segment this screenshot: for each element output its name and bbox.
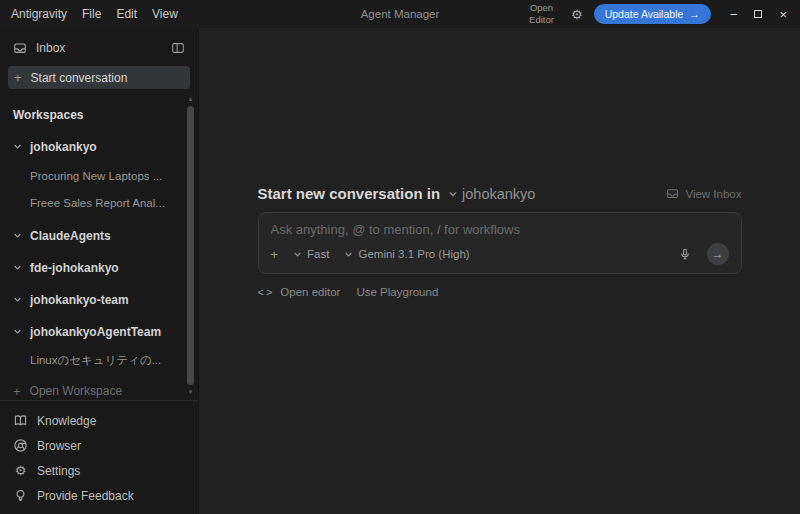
workspace-selector[interactable]: johokankyo xyxy=(448,186,535,202)
plus-icon: + xyxy=(13,384,21,399)
mic-button[interactable] xyxy=(678,247,692,261)
chevron-down-icon xyxy=(13,263,22,272)
maximize-button[interactable] xyxy=(754,10,762,18)
page-title: Start new conversation in xyxy=(258,185,441,202)
provide-feedback-label: Provide Feedback xyxy=(37,489,134,503)
menu-edit[interactable]: Edit xyxy=(116,7,137,21)
chevron-down-icon xyxy=(13,295,22,304)
sidebar-footer: Knowledge Browser ⚙ Settings xyxy=(0,400,198,514)
open-workspace-label: Open Workspace xyxy=(30,384,123,398)
settings-label: Settings xyxy=(37,464,80,478)
main-area: Start new conversation in johokankyo Vie… xyxy=(199,28,800,514)
conversation-item[interactable]: Procuring New Laptops ... xyxy=(0,162,198,189)
book-icon xyxy=(13,413,28,428)
workspace-label: ClaudeAgents xyxy=(30,229,111,243)
chevron-down-icon xyxy=(13,327,22,336)
workspaces-section: Workspaces johokankyo Procuring New Lapt… xyxy=(0,89,198,400)
send-button[interactable]: → xyxy=(707,243,729,265)
open-workspace-button[interactable]: + Open Workspace xyxy=(0,376,198,406)
start-conversation-label: Start conversation xyxy=(31,71,128,85)
workspace-item-johokankyoagentteam[interactable]: johokankyoAgentTeam xyxy=(0,316,198,347)
view-inbox-link[interactable]: View Inbox xyxy=(666,187,741,200)
titlebar: Antigravity File Edit View Agent Manager… xyxy=(0,0,800,28)
workspace-item-johokankyo[interactable]: johokankyo xyxy=(0,131,198,162)
window-controls: − × xyxy=(730,8,787,21)
panel-toggle-icon[interactable] xyxy=(171,41,185,55)
chevron-down-icon xyxy=(13,142,22,151)
composer: + Fast Gemini 3.1 Pro (High) xyxy=(258,212,742,274)
attach-button[interactable]: + xyxy=(271,247,279,262)
inbox-icon xyxy=(666,187,679,200)
workspaces-header: Workspaces xyxy=(0,108,198,122)
workspace-label: fde-johokankyo xyxy=(30,261,119,275)
sidebar-item-browser[interactable]: Browser xyxy=(0,433,198,458)
inbox-label: Inbox xyxy=(36,41,65,55)
settings-gear-icon[interactable]: ⚙ xyxy=(571,7,583,22)
sidebar-item-settings[interactable]: ⚙ Settings xyxy=(0,458,198,483)
scroll-up-icon[interactable]: ▲ xyxy=(188,95,194,103)
code-icon: <> xyxy=(258,286,275,298)
workspace-item-johokankyo-team[interactable]: johokankyo-team xyxy=(0,284,198,315)
workspace-item-fde-johokankyo[interactable]: fde-johokankyo xyxy=(0,252,198,283)
update-available-button[interactable]: Update Available → xyxy=(594,4,711,24)
composer-links: <> Open editor Use Playground xyxy=(258,286,742,298)
sidebar-item-provide-feedback[interactable]: Provide Feedback xyxy=(0,483,198,508)
inbox-icon xyxy=(13,41,27,55)
scrollbar-thumb[interactable] xyxy=(187,106,194,385)
conversation-item[interactable]: Freee Sales Report Anal... xyxy=(0,189,198,216)
menubar: Antigravity File Edit View xyxy=(0,7,178,21)
arrow-right-icon: → xyxy=(689,8,700,20)
titlebar-right: Open Editor ⚙ Update Available → − × xyxy=(523,2,800,26)
composer-toolbar: + Fast Gemini 3.1 Pro (High) xyxy=(271,243,729,265)
workspace-item-claudeagents[interactable]: ClaudeAgents xyxy=(0,220,198,251)
model-dropdown-label: Gemini 3.1 Pro (High) xyxy=(358,248,469,260)
use-playground-link[interactable]: Use Playground xyxy=(356,286,438,298)
menu-antigravity[interactable]: Antigravity xyxy=(11,7,67,21)
lightbulb-icon xyxy=(13,488,28,503)
chevron-down-icon xyxy=(448,189,458,199)
model-dropdown[interactable]: Gemini 3.1 Pro (High) xyxy=(344,248,469,260)
workspace-label: johokankyo-team xyxy=(30,293,129,307)
sidebar-item-inbox[interactable]: Inbox xyxy=(0,37,198,59)
sidebar: Inbox + Start conversation Workspaces jo… xyxy=(0,28,199,514)
open-editor-link-label: Open editor xyxy=(280,286,340,298)
gear-icon: ⚙ xyxy=(13,464,28,477)
workspace-label: johokankyo xyxy=(30,140,97,154)
view-inbox-label: View Inbox xyxy=(685,188,741,200)
sidebar-scrollbar[interactable]: ▲ ▼ xyxy=(186,95,195,396)
globe-icon xyxy=(13,438,28,453)
menu-file[interactable]: File xyxy=(82,7,101,21)
chevron-down-icon xyxy=(293,250,302,259)
minimize-button[interactable]: − xyxy=(730,8,738,21)
sidebar-item-knowledge[interactable]: Knowledge xyxy=(0,408,198,433)
mode-dropdown-label: Fast xyxy=(307,248,329,260)
conversation-item[interactable]: Linuxのセキュリティの... xyxy=(0,347,198,374)
browser-label: Browser xyxy=(37,439,81,453)
app-window: Antigravity File Edit View Agent Manager… xyxy=(0,0,800,514)
menu-view[interactable]: View xyxy=(152,7,178,21)
chevron-down-icon xyxy=(13,231,22,240)
knowledge-label: Knowledge xyxy=(37,414,96,428)
composer-input[interactable] xyxy=(271,222,729,237)
workspace-selector-label: johokankyo xyxy=(462,186,535,202)
arrow-right-icon: → xyxy=(712,247,724,261)
scroll-down-icon[interactable]: ▼ xyxy=(188,388,194,396)
chevron-down-icon xyxy=(344,250,353,259)
open-editor-button[interactable]: Open Editor xyxy=(523,2,560,26)
plus-icon: + xyxy=(14,70,22,85)
start-conversation-button[interactable]: + Start conversation xyxy=(8,66,190,89)
open-editor-link[interactable]: <> Open editor xyxy=(258,286,341,298)
mode-dropdown[interactable]: Fast xyxy=(293,248,329,260)
close-button[interactable]: × xyxy=(779,8,787,21)
update-available-label: Update Available xyxy=(605,8,684,20)
workspace-label: johokankyoAgentTeam xyxy=(30,325,161,339)
